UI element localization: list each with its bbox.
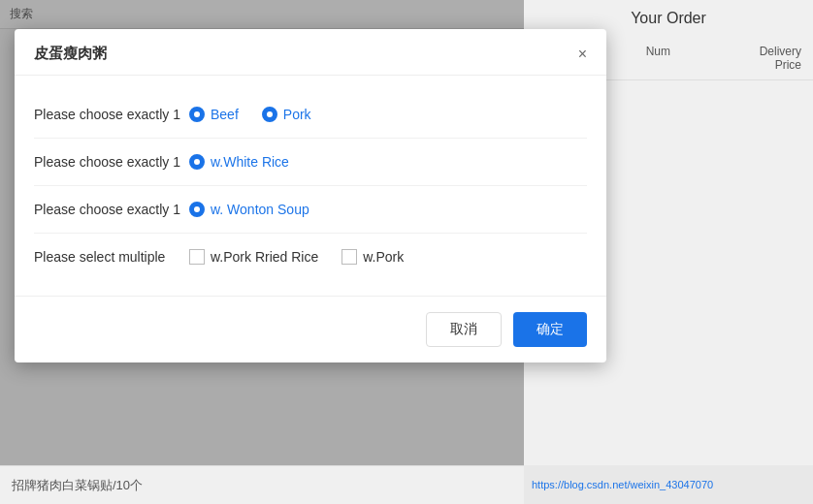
checkbox-pork[interactable]: w.Pork — [341, 249, 404, 265]
radio-beef[interactable]: Beef — [189, 107, 239, 122]
checkbox-pork-box — [341, 249, 357, 265]
checkbox-pork-fried-rice-box — [189, 249, 205, 265]
radio-pork-label: Pork — [283, 107, 311, 122]
modal-close-button[interactable]: × — [578, 47, 587, 62]
radio-beef-label: Beef — [211, 107, 239, 122]
option-label-4: Please select multiple — [34, 249, 189, 265]
option-label-3: Please choose exactly 1 — [34, 202, 189, 217]
option-label-2: Please choose exactly 1 — [34, 154, 189, 170]
radio-white-rice-label: w.White Rice — [211, 154, 289, 170]
radio-wonton-soup-label: w. Wonton Soup — [211, 202, 309, 217]
confirm-button[interactable]: 确定 — [513, 312, 587, 347]
col-num: Num — [646, 45, 670, 72]
option-row-3: Please choose exactly 1 w. Wonton Soup — [34, 186, 587, 234]
col-delivery: Delivery Price — [760, 45, 801, 72]
bottom-bar: 招牌猪肉白菜锅贴/10个 — [0, 465, 524, 504]
checkbox-pork-fried-rice[interactable]: w.Pork Rried Rice — [189, 249, 318, 265]
modal-header: 皮蛋瘦肉粥 × — [15, 29, 606, 76]
cancel-button[interactable]: 取消 — [426, 312, 502, 347]
bottom-item-text: 招牌猪肉白菜锅贴/10个 — [12, 477, 143, 494]
modal-footer: 取消 确定 — [15, 296, 606, 362]
radio-pork[interactable]: Pork — [262, 107, 311, 122]
radio-white-rice[interactable]: w.White Rice — [189, 154, 289, 170]
radio-wonton-soup[interactable]: w. Wonton Soup — [189, 202, 309, 217]
checkbox-group-1: w.Pork Rried Rice w.Pork — [189, 249, 404, 265]
radio-wonton-soup-indicator — [189, 202, 205, 217]
modal-title: 皮蛋瘦肉粥 — [34, 45, 107, 63]
radio-pork-indicator — [262, 107, 277, 122]
bottom-url: https://blog.csdn.net/weixin_43047070 — [524, 465, 813, 504]
modal-body: Please choose exactly 1 Beef Pork Please… — [15, 76, 606, 296]
radio-beef-indicator — [189, 107, 205, 122]
radio-white-rice-indicator — [189, 154, 205, 170]
checkbox-pork-label: w.Pork — [363, 249, 404, 265]
url-text: https://blog.csdn.net/weixin_43047070 — [532, 479, 713, 490]
option-row-1: Please choose exactly 1 Beef Pork — [34, 91, 587, 139]
option-label-1: Please choose exactly 1 — [34, 107, 189, 122]
radio-group-3: w. Wonton Soup — [189, 202, 309, 217]
checkbox-pork-fried-rice-label: w.Pork Rried Rice — [211, 249, 318, 265]
radio-group-1: Beef Pork — [189, 107, 311, 122]
option-row-2: Please choose exactly 1 w.White Rice — [34, 139, 587, 186]
option-row-4: Please select multiple w.Pork Rried Rice… — [34, 234, 587, 280]
modal-dialog: 皮蛋瘦肉粥 × Please choose exactly 1 Beef Por… — [15, 29, 606, 362]
radio-group-2: w.White Rice — [189, 154, 289, 170]
